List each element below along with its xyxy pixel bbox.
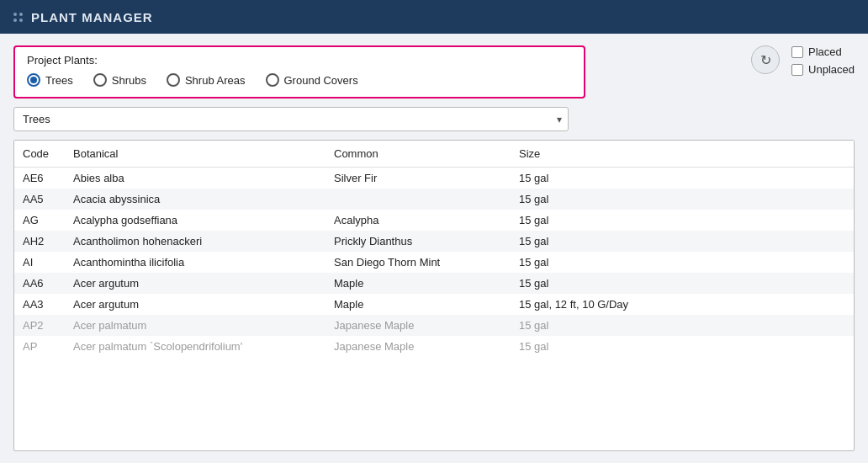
project-plants-box: Project Plants: Trees Shrubs Shrub Areas [13,45,585,98]
cell-common: San Diego Thorn Mint [326,252,511,273]
radio-label-shrubs: Shrubs [112,74,146,87]
cell-botanical: Acantholimon hohenackeri [65,231,326,252]
table-row[interactable]: AH2Acantholimon hohenackeriPrickly Diant… [14,231,854,252]
radio-label-ground-covers: Ground Covers [284,74,358,87]
radio-ground-covers[interactable]: Ground Covers [266,73,358,87]
cell-size: 15 gal [511,168,854,189]
cell-size: 15 gal [511,315,854,336]
table-row[interactable]: AIAcanthomintha ilicifoliaSan Diego Thor… [14,252,854,273]
app-title: PLANT MANAGER [31,10,153,24]
unplaced-checkbox[interactable] [791,64,803,76]
col-header-size: Size [511,141,854,168]
radio-label-trees: Trees [45,74,73,87]
table-row[interactable]: AA5Acacia abyssinica15 gal [14,189,854,210]
radio-label-shrub-areas: Shrub Areas [185,74,246,87]
project-plants-label: Project Plants: [27,54,572,67]
placed-label: Placed [808,45,842,58]
table-row[interactable]: AGAcalypha godseffianaAcalypha15 gal [14,210,854,231]
dropdown-wrapper: Trees ▾ [13,107,569,131]
cell-botanical: Acanthomintha ilicifolia [65,252,326,273]
table-header-row: Code Botanical Common Size [14,141,854,168]
cell-code: AP [14,336,65,357]
cell-botanical: Acacia abyssinica [65,189,326,210]
col-header-botanical: Botanical [65,141,326,168]
cell-code: AI [14,252,65,273]
cell-botanical: Abies alba [65,168,326,189]
cell-size: 15 gal [511,252,854,273]
title-bar: PLANT MANAGER [0,0,868,34]
radio-circle-shrubs[interactable] [93,73,107,87]
drag-handle-icon[interactable] [13,13,23,22]
cell-common: Japanese Maple [326,315,511,336]
radio-shrubs[interactable]: Shrubs [93,73,146,87]
cell-common [326,189,511,210]
cell-common: Maple [326,273,511,294]
table-row[interactable]: AP2Acer palmatumJapanese Maple15 gal [14,315,854,336]
cell-size: 15 gal [511,273,854,294]
cell-common: Japanese Maple [326,336,511,357]
radio-group: Trees Shrubs Shrub Areas Ground Covers [27,73,572,87]
table-row[interactable]: AE6Abies albaSilver Fir15 gal [14,168,854,189]
header-row: Project Plants: Trees Shrubs Shrub Areas [13,45,855,131]
cell-code: AA3 [14,294,65,315]
main-panel: Project Plants: Trees Shrubs Shrub Areas [0,34,868,463]
radio-shrub-areas[interactable]: Shrub Areas [167,73,246,87]
cell-code: AA6 [14,273,65,294]
unplaced-checkbox-row[interactable]: Unplaced [791,63,855,76]
table-row[interactable]: AA6Acer argutumMaple15 gal [14,273,854,294]
cell-botanical: Acer palmatum `Scolopendrifolium' [65,336,326,357]
cell-size: 15 gal, 12 ft, 10 G/Day [511,294,854,315]
cell-code: AE6 [14,168,65,189]
cell-size: 15 gal [511,210,854,231]
left-section: Project Plants: Trees Shrubs Shrub Areas [13,45,751,131]
refresh-button[interactable]: ↻ [751,45,780,74]
checks-col: Placed Unplaced [791,45,855,76]
radio-circle-ground-covers[interactable] [266,73,279,87]
cell-size: 15 gal [511,189,854,210]
plant-table-container: Code Botanical Common Size AE6Abies alba… [13,140,855,451]
plant-type-dropdown[interactable]: Trees [13,107,569,131]
cell-code: AA5 [14,189,65,210]
cell-common: Silver Fir [326,168,511,189]
cell-code: AG [14,210,65,231]
radio-trees[interactable]: Trees [27,73,73,87]
cell-code: AP2 [14,315,65,336]
cell-common: Maple [326,294,511,315]
cell-botanical: Acer palmatum [65,315,326,336]
table-row[interactable]: APAcer palmatum `Scolopendrifolium'Japan… [14,336,854,357]
radio-circle-trees[interactable] [27,73,40,87]
cell-code: AH2 [14,231,65,252]
placed-checkbox-row[interactable]: Placed [791,45,855,58]
table-row[interactable]: AA3Acer argutumMaple15 gal, 12 ft, 10 G/… [14,294,854,315]
unplaced-label: Unplaced [808,63,855,76]
placed-checkbox[interactable] [791,46,803,58]
col-header-common: Common [326,141,511,168]
cell-size: 15 gal [511,231,854,252]
cell-common: Acalypha [326,210,511,231]
plant-table: Code Botanical Common Size AE6Abies alba… [14,141,854,357]
cell-size: 15 gal [511,336,854,357]
cell-botanical: Acer argutum [65,294,326,315]
cell-botanical: Acalypha godseffiana [65,210,326,231]
cell-common: Prickly Dianthus [326,231,511,252]
right-controls: ↻ Placed Unplaced [751,45,855,77]
radio-circle-shrub-areas[interactable] [167,73,180,87]
col-header-code: Code [14,141,65,168]
cell-botanical: Acer argutum [65,273,326,294]
